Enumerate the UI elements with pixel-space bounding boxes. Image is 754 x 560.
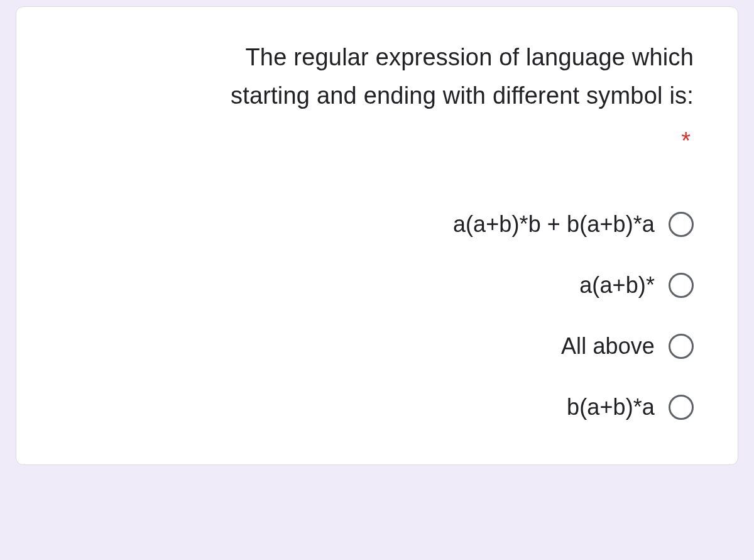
- radio-icon[interactable]: [669, 395, 694, 420]
- question-line-2: starting and ending with different symbo…: [231, 82, 694, 109]
- option-row[interactable]: All above: [60, 333, 694, 360]
- question-text: The regular expression of language which…: [60, 38, 694, 115]
- question-line-1: The regular expression of language which: [245, 44, 694, 70]
- option-label: All above: [561, 333, 655, 360]
- options-group: a(a+b)*b + b(a+b)*a a(a+b)* All above b(…: [60, 211, 694, 420]
- question-card: The regular expression of language which…: [16, 6, 738, 465]
- option-row[interactable]: a(a+b)*: [60, 272, 694, 299]
- radio-icon[interactable]: [669, 273, 694, 298]
- option-row[interactable]: b(a+b)*a: [60, 394, 694, 420]
- required-asterisk: *: [60, 128, 691, 155]
- option-row[interactable]: a(a+b)*b + b(a+b)*a: [60, 211, 694, 238]
- option-label: b(a+b)*a: [567, 394, 655, 420]
- radio-icon[interactable]: [669, 212, 694, 237]
- radio-icon[interactable]: [669, 334, 694, 359]
- option-label: a(a+b)*b + b(a+b)*a: [453, 211, 655, 238]
- option-label: a(a+b)*: [579, 272, 655, 299]
